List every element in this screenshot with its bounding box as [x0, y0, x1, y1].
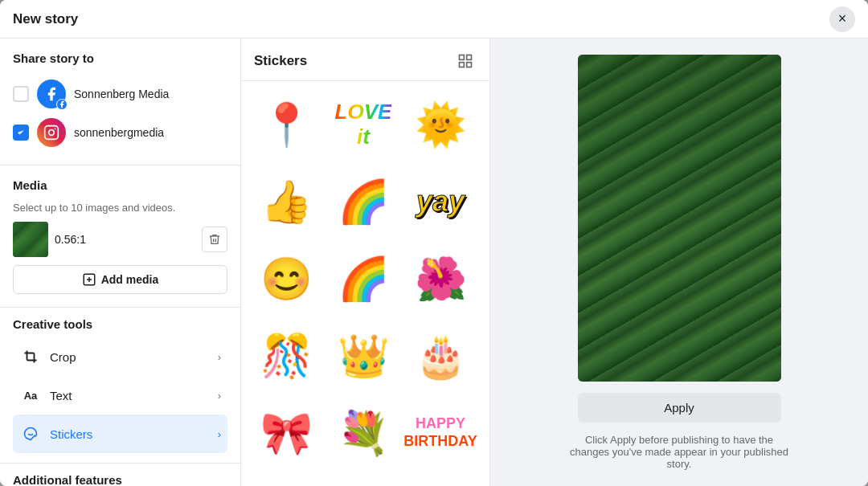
- media-title: Media: [13, 178, 227, 192]
- grid-toggle-button[interactable]: [454, 50, 477, 72]
- svg-rect-6: [460, 55, 465, 60]
- crop-icon: [19, 345, 42, 368]
- sticker-flower-orange[interactable]: 🌺: [403, 242, 477, 316]
- sticker-loveit[interactable]: LOVEit: [326, 88, 400, 161]
- share-section: Share story to Sonnenberg Media: [0, 39, 240, 165]
- sticker-row-4: 🎊 👑 🎂: [249, 319, 481, 393]
- media-thumb-row: 0.56:1: [13, 222, 227, 257]
- text-tool[interactable]: Aa Text ›: [13, 376, 227, 415]
- crop-chevron: ›: [218, 351, 221, 363]
- sticker-sun[interactable]: 🌞: [403, 88, 477, 161]
- media-section: Media Select up to 10 images and videos.…: [0, 165, 240, 308]
- additional-section: Additional features: [0, 464, 240, 486]
- instagram-avatar: [37, 118, 66, 147]
- modal-overlay: New story × Share story to: [0, 0, 868, 486]
- text-label: Text: [50, 389, 72, 402]
- sticker-row-6: 👋: [249, 473, 481, 486]
- media-subtitle: Select up to 10 images and videos.: [13, 202, 227, 214]
- sticker-bow[interactable]: 🎀: [249, 396, 323, 470]
- stickers-header: Stickers: [241, 39, 489, 81]
- sticker-cloud-rainbow[interactable]: 🌈: [326, 242, 400, 316]
- svg-rect-7: [467, 55, 472, 60]
- instagram-checkbox[interactable]: [13, 125, 29, 141]
- additional-title: Additional features: [13, 473, 227, 486]
- sticker-rainbow-cute[interactable]: 🌈: [326, 165, 400, 239]
- stickers-tool[interactable]: Stickers ›: [13, 415, 227, 453]
- sticker-flowers-gift[interactable]: 💐: [326, 396, 400, 470]
- creative-tools-section: Creative tools Crop ›: [0, 308, 240, 464]
- stickers-icon: [19, 423, 42, 445]
- sticker-thumbsup[interactable]: 👍: [249, 165, 323, 239]
- facebook-avatar: [37, 80, 66, 108]
- svg-rect-8: [460, 63, 465, 67]
- crop-label: Crop: [50, 350, 76, 364]
- facebook-badge: [56, 99, 68, 110]
- left-panel: Share story to Sonnenberg Media: [0, 39, 241, 486]
- stickers-title: Stickers: [254, 53, 307, 69]
- sticker-happy-birthday[interactable]: HAPPY BIRTHDAY: [403, 396, 477, 470]
- sticker-row-1: 📍 LOVEit 🌞: [249, 88, 481, 161]
- instagram-account-name: sonnenbergmedia: [74, 126, 164, 139]
- share-title: Share story to: [13, 51, 227, 65]
- sticker-row-5: 🎀 💐 HAPPY BIRTHDAY: [249, 396, 481, 470]
- sticker-confetti[interactable]: 🎊: [249, 319, 323, 393]
- facebook-checkbox[interactable]: [13, 86, 29, 102]
- sticker-wave[interactable]: 👋: [249, 473, 323, 486]
- delete-media-button[interactable]: [202, 227, 227, 252]
- sticker-location[interactable]: 📍: [249, 88, 323, 161]
- preview-photo: [578, 55, 781, 382]
- crop-tool[interactable]: Crop ›: [13, 337, 227, 376]
- text-chevron: ›: [218, 390, 221, 402]
- stickers-panel: Stickers 📍 LOVEit: [241, 39, 490, 486]
- text-tool-left: Aa Text: [19, 384, 72, 406]
- apply-button[interactable]: Apply: [578, 393, 781, 423]
- add-media-label: Add media: [101, 273, 159, 286]
- facebook-account-name: Sonnenberg Media: [74, 88, 169, 100]
- modal: New story × Share story to: [0, 0, 868, 486]
- sticker-yay[interactable]: yay: [403, 165, 477, 239]
- close-button[interactable]: ×: [829, 6, 855, 32]
- text-icon: Aa: [19, 384, 42, 406]
- media-thumbnail: [13, 222, 48, 257]
- preview-panel: Apply Click Apply before publishing to h…: [490, 39, 868, 486]
- account-item-facebook[interactable]: Sonnenberg Media: [13, 75, 227, 113]
- preview-image: [578, 55, 781, 382]
- account-item-instagram[interactable]: sonnenbergmedia: [13, 113, 227, 152]
- svg-point-1: [49, 130, 55, 136]
- svg-point-2: [55, 129, 56, 130]
- svg-rect-0: [45, 126, 59, 140]
- add-media-button[interactable]: Add media: [13, 265, 227, 294]
- media-ratio: 0.56:1: [55, 233, 195, 246]
- modal-body: Share story to Sonnenberg Media: [0, 39, 868, 486]
- stickers-scroll-area[interactable]: 📍 LOVEit 🌞 👍: [241, 81, 489, 486]
- modal-title: New story: [13, 11, 78, 27]
- sticker-row-2: 👍 🌈 yay: [249, 165, 481, 239]
- sticker-smiley[interactable]: 😊: [249, 242, 323, 316]
- thumbnail-image: [13, 222, 48, 257]
- stickers-tool-left: Stickers: [19, 423, 92, 445]
- apply-hint: Click Apply before publishing to have th…: [567, 434, 792, 470]
- modal-header: New story ×: [0, 0, 868, 39]
- crop-tool-left: Crop: [19, 345, 76, 368]
- creative-tools-title: Creative tools: [13, 317, 227, 331]
- stickers-label: Stickers: [50, 427, 92, 441]
- svg-rect-9: [467, 63, 472, 67]
- sticker-row-3: 😊 🌈 🌺: [249, 242, 481, 316]
- sticker-cake[interactable]: 🎂: [403, 319, 477, 393]
- sticker-crown[interactable]: 👑: [326, 319, 400, 393]
- stickers-chevron: ›: [218, 428, 221, 440]
